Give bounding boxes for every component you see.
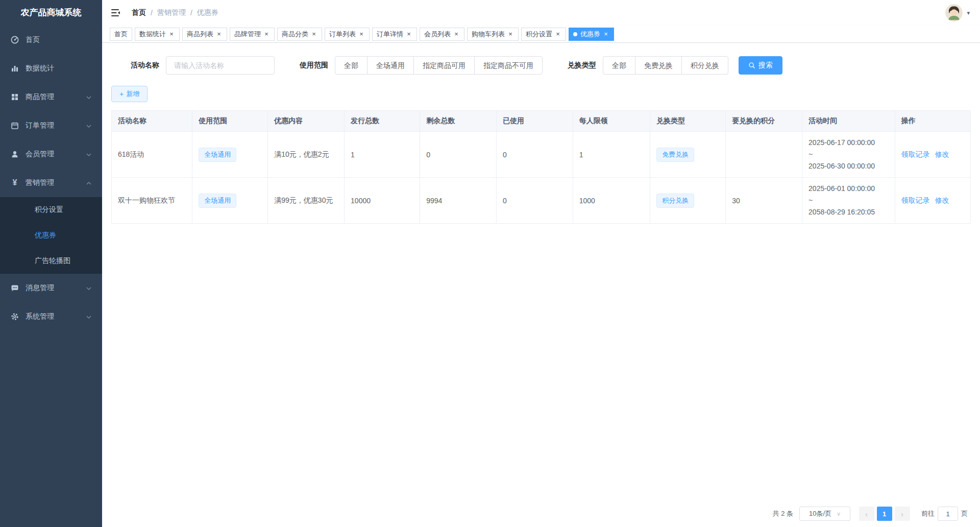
goto-page-input[interactable] — [938, 507, 958, 521]
scope-option-universal[interactable]: 全场通用 — [367, 56, 414, 75]
table-row: 双十一购物狂欢节 全场通用 满99元，优惠30元 10000 9994 0 10… — [112, 178, 971, 224]
tab-coupons[interactable]: 优惠券× — [569, 28, 614, 41]
col-used: 已使用 — [496, 111, 573, 132]
claim-records-link[interactable]: 领取记录 — [901, 196, 930, 204]
cell-points-required — [726, 132, 802, 178]
coupons-table: 活动名称 使用范围 优惠内容 发行总数 剩余总数 已使用 每人限领 兑换类型 要… — [111, 110, 971, 224]
tab-close-icon[interactable]: × — [507, 31, 514, 38]
cell-actions: 领取记录修改 — [895, 178, 970, 224]
cell-exchange-type: 积分兑换 — [650, 178, 726, 224]
tab-order-detail[interactable]: 订单详情× — [372, 28, 417, 41]
tab-label: 商品列表 — [187, 30, 213, 39]
col-content: 优惠内容 — [268, 111, 345, 132]
cell-activity-name: 618活动 — [112, 132, 192, 178]
search-button-label: 搜索 — [758, 61, 773, 70]
tab-cart-list[interactable]: 购物车列表× — [467, 28, 519, 41]
exchange-option-all[interactable]: 全部 — [603, 56, 635, 75]
tab-points-settings[interactable]: 积分设置× — [521, 28, 566, 41]
sidebar-item-members[interactable]: 会员管理 — [0, 140, 102, 169]
sidebar-item-ad-carousel[interactable]: 广告轮播图 — [0, 248, 102, 274]
sidebar-item-label: 系统管理 — [26, 312, 86, 321]
tab-label: 优惠券 — [580, 30, 600, 39]
user-avatar[interactable] — [945, 4, 963, 21]
breadcrumb-home[interactable]: 首页 — [132, 8, 146, 17]
tab-close-icon[interactable]: × — [554, 31, 561, 38]
time-separator: ~ — [808, 195, 889, 206]
sidebar-item-label: 订单管理 — [26, 121, 86, 130]
page-number-button[interactable]: 1 — [877, 507, 892, 521]
next-page-button[interactable]: › — [895, 507, 910, 521]
prev-page-button[interactable]: ‹ — [859, 507, 874, 521]
dashboard-icon — [10, 35, 19, 44]
breadcrumb: 首页 / 营销管理 / 优惠券 — [132, 8, 218, 17]
tab-close-icon[interactable]: × — [168, 31, 175, 38]
sidebar-item-messages[interactable]: 消息管理 — [0, 274, 102, 302]
page-size-value: 10条/页 — [809, 509, 831, 518]
exchange-option-points[interactable]: 积分兑换 — [681, 56, 728, 75]
exchange-type-tag: 积分兑换 — [656, 194, 694, 208]
caret-down-icon[interactable]: ▾ — [967, 10, 970, 16]
edit-link[interactable]: 修改 — [935, 150, 949, 158]
sidebar-item-label: 广告轮播图 — [35, 256, 70, 266]
marketing-submenu: 积分设置 优惠券 广告轮播图 — [0, 197, 102, 274]
table-header-row: 活动名称 使用范围 优惠内容 发行总数 剩余总数 已使用 每人限领 兑换类型 要… — [112, 111, 971, 132]
time-end: 2058-08-29 16:20:05 — [808, 206, 889, 218]
tab-close-icon[interactable]: × — [602, 31, 609, 38]
edit-link[interactable]: 修改 — [935, 196, 949, 204]
tab-product-category[interactable]: 商品分类× — [277, 28, 322, 41]
tab-close-icon[interactable]: × — [358, 31, 365, 38]
collapse-sidebar-icon[interactable] — [111, 9, 120, 17]
scope-option-specified-allowed[interactable]: 指定商品可用 — [413, 56, 475, 75]
sidebar-item-home[interactable]: 首页 — [0, 26, 102, 54]
cell-scope: 全场通用 — [192, 178, 268, 224]
tab-close-icon[interactable]: × — [453, 31, 460, 38]
cell-activity-time: 2025-06-01 00:00:00 ~ 2058-08-29 16:20:0… — [802, 178, 895, 224]
exchange-option-free[interactable]: 免费兑换 — [635, 56, 682, 75]
search-button[interactable]: 搜索 — [739, 56, 782, 75]
tab-statistics[interactable]: 数据统计× — [135, 28, 180, 41]
sidebar-item-label: 优惠券 — [35, 231, 56, 240]
add-button[interactable]: + 新增 — [111, 86, 148, 102]
yen-icon: ¥ — [10, 178, 19, 187]
scope-option-specified-excluded[interactable]: 指定商品不可用 — [474, 56, 543, 75]
sidebar-item-coupons[interactable]: 优惠券 — [0, 223, 102, 248]
sidebar-item-points-settings[interactable]: 积分设置 — [0, 197, 102, 223]
goto-label: 前往 — [921, 509, 935, 518]
claim-records-link[interactable]: 领取记录 — [901, 150, 930, 158]
tab-label: 会员列表 — [424, 30, 451, 39]
sidebar-menu: 首页 数据统计 商品管理 订单 — [0, 26, 102, 527]
tab-product-list[interactable]: 商品列表× — [182, 28, 227, 41]
tab-order-list[interactable]: 订单列表× — [325, 28, 370, 41]
tab-close-icon[interactable]: × — [310, 31, 317, 38]
tab-home[interactable]: 首页 — [110, 28, 132, 41]
gear-icon — [10, 312, 19, 321]
sidebar-item-statistics[interactable]: 数据统计 — [0, 54, 102, 83]
tab-label: 订单列表 — [329, 30, 356, 39]
tab-member-list[interactable]: 会员列表× — [420, 28, 464, 41]
activity-name-input[interactable] — [166, 56, 275, 75]
plus-icon: + — [119, 90, 124, 98]
page-size-select[interactable]: 10条/页 ∨ — [799, 507, 850, 521]
tab-brand-management[interactable]: 品牌管理× — [230, 28, 275, 41]
chevron-up-icon — [86, 180, 92, 186]
cell-used: 0 — [496, 178, 573, 224]
col-exchange-type: 兑换类型 — [650, 111, 726, 132]
sidebar-item-marketing[interactable]: ¥ 营销管理 — [0, 169, 102, 197]
sidebar-item-orders[interactable]: 订单管理 — [0, 111, 102, 140]
scope-option-all[interactable]: 全部 — [335, 56, 368, 75]
sidebar-item-label: 数据统计 — [26, 64, 92, 73]
col-points-required: 要兑换的积分 — [726, 111, 802, 132]
tab-close-icon[interactable]: × — [405, 31, 412, 38]
pagination: 共 2 条 10条/页 ∨ ‹ 1 › 前往 页 — [773, 507, 968, 521]
tab-close-icon[interactable]: × — [215, 31, 223, 38]
activity-name-label: 活动名称 — [131, 61, 159, 70]
sidebar-item-products[interactable]: 商品管理 — [0, 83, 102, 111]
breadcrumb-separator: / — [151, 9, 153, 17]
col-remaining-total: 剩余总数 — [420, 111, 497, 132]
sidebar-item-system[interactable]: 系统管理 — [0, 302, 102, 331]
page-content: 活动名称 使用范围 全部 全场通用 指定商品可用 指定商品不可用 兑换类型 全部… — [102, 43, 980, 527]
user-menu[interactable]: ▾ — [945, 4, 970, 21]
tab-close-icon[interactable]: × — [263, 31, 270, 38]
col-activity-name: 活动名称 — [112, 111, 192, 132]
sidebar-item-label: 营销管理 — [26, 178, 86, 187]
